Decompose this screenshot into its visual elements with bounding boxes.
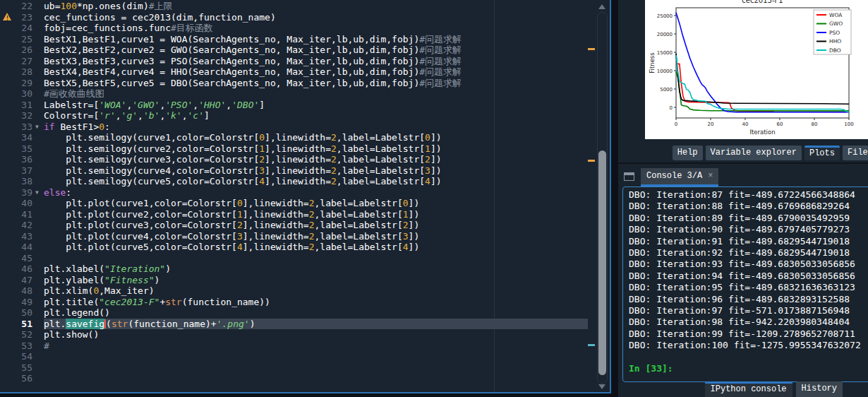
gutter-line-53[interactable]: 53 (0, 340, 44, 352)
gutter-line-47[interactable]: 47 (0, 275, 44, 286)
gutter-line-43[interactable]: 43 (0, 231, 44, 242)
code-line-24[interactable]: fobj=cec_functions.func#目标函数 (44, 23, 588, 34)
code-line-44[interactable]: plt.plot(curve5,color=Colorstr[4],linewi… (44, 242, 588, 253)
code-line-52[interactable]: plt.show() (44, 329, 588, 340)
code-line-40[interactable]: plt.plot(curve1,color=Colorstr[0],linewi… (44, 198, 588, 209)
svg-text:5000: 5000 (660, 87, 673, 93)
code-line-38[interactable]: plt.semilogy(curve5,color=Colorstr[4],li… (44, 176, 588, 187)
code-line-50[interactable]: plt.legend() (44, 307, 588, 319)
gutter-line-25[interactable]: 25 (0, 34, 44, 45)
gutter-line-49[interactable]: 49 (0, 297, 44, 308)
code-line-56[interactable] (44, 373, 588, 384)
code-line-39[interactable]: else: (44, 187, 588, 198)
gutter-line-37[interactable]: 37 (0, 165, 44, 177)
code-fold-icon[interactable]: ▼ (35, 187, 39, 198)
gutter-line-23[interactable]: 23 (0, 12, 44, 23)
code-fold-icon[interactable]: ▼ (35, 122, 39, 133)
close-icon[interactable]: × (708, 171, 713, 181)
code-line-53[interactable]: # (44, 340, 588, 352)
gutter-line-34[interactable]: 34 (0, 132, 44, 143)
tab-console-3a[interactable]: Console 3/A× (641, 168, 718, 186)
code-token: plt.xlim( (44, 285, 93, 296)
gutter-line-48[interactable]: 48 (0, 285, 44, 297)
line-number: 22 (21, 1, 32, 12)
code-line-32[interactable]: Colorstr=['r','g','b','k','c'] (44, 110, 588, 122)
gutter-line-41[interactable]: 41 (0, 209, 44, 220)
gutter-line-29[interactable]: 29 (0, 78, 44, 89)
code-line-25[interactable]: BestX1,BestF1,curve1 = WOA(SearchAgents_… (44, 34, 588, 45)
code-line-54[interactable] (44, 351, 588, 362)
gutter-line-35[interactable]: 35 (0, 143, 44, 155)
scrollbar-thumb[interactable] (598, 150, 606, 375)
code-line-51[interactable]: plt.savefig(str(function_name)+'.png') (44, 319, 588, 330)
code-line-43[interactable]: plt.plot(curve4,color=Colorstr[3],linewi… (44, 231, 588, 242)
browse-tabs-icon[interactable] (624, 172, 634, 181)
gutter-line-42[interactable]: 42 (0, 220, 44, 231)
tab-history[interactable]: History (796, 381, 843, 397)
code-line-23[interactable]: cec_functions = cec2013(dim,function_nam… (44, 12, 588, 23)
gutter-line-26[interactable]: 26 (0, 45, 44, 56)
svg-text:WOA: WOA (829, 12, 843, 18)
code-line-27[interactable]: BestX3,BestF3,curve3 = PSO(SearchAgents_… (44, 56, 588, 67)
code-line-55[interactable] (44, 362, 588, 374)
code-line-45[interactable] (44, 253, 588, 264)
code-token: ],linewidth= (243, 220, 309, 230)
tab-plots[interactable]: Plots (804, 146, 840, 160)
gutter-line-28[interactable]: 28 (0, 66, 44, 78)
code-line-35[interactable]: plt.semilogy(curve2,color=Colorstr[1],li… (44, 143, 588, 155)
code-line-41[interactable]: plt.plot(curve2,color=Colorstr[1],linewi… (44, 209, 588, 220)
code-token: ]) (430, 165, 442, 176)
gutter-line-39[interactable]: 39▼ (0, 187, 44, 198)
code-line-26[interactable]: BestX2,BestF2,curve2 = GWO(SearchAgents_… (44, 45, 588, 56)
scroll-down-arrow-icon[interactable] (598, 384, 605, 389)
code-token: plt.plot(curve2,color=Colorstr[ (44, 209, 237, 220)
code-token: ) (250, 319, 255, 329)
code-token: BestF1> (55, 122, 100, 132)
editor-code-area[interactable]: ub=100*np.ones(dim)#上限cec_functions = ce… (44, 1, 588, 384)
tab-help[interactable]: Help (673, 146, 703, 160)
tab-files[interactable]: Files (843, 146, 868, 160)
ipython-prompt[interactable]: In [33]: (629, 363, 868, 374)
gutter-line-52[interactable]: 52 (0, 329, 44, 340)
code-line-33[interactable]: if BestF1>0: (44, 122, 588, 133)
code-editor[interactable]: 222324252627282930313233▼343536373839▼40… (0, 0, 611, 393)
gutter-line-40[interactable]: 40 (0, 198, 44, 209)
gutter-line-50[interactable]: 50 (0, 307, 44, 319)
code-line-29[interactable]: BestX5,BestF5,curve5 = DBO(SearchAgents_… (44, 78, 588, 89)
ipython-console-output[interactable]: DBO: Iteration:87 fit=-489.6722456634886… (622, 186, 868, 382)
gutter-line-22[interactable]: 22 (0, 1, 44, 12)
gutter-line-44[interactable]: 44 (0, 242, 44, 253)
line-number: 33 (21, 122, 32, 133)
gutter-line-31[interactable]: 31 (0, 100, 44, 111)
tab-variable-explorer[interactable]: Variable explorer (706, 146, 802, 160)
code-line-46[interactable]: plt.xlabel("Iteration") (44, 263, 588, 275)
code-line-47[interactable]: plt.ylabel("Fitness") (44, 275, 588, 286)
code-line-37[interactable]: plt.semilogy(curve4,color=Colorstr[3],li… (44, 165, 588, 177)
gutter-line-56[interactable]: 56 (0, 373, 44, 384)
code-line-48[interactable]: plt.xlim(0,Max_iter) (44, 285, 588, 297)
gutter-line-27[interactable]: 27 (0, 56, 44, 67)
gutter-line-30[interactable]: 30 (0, 88, 44, 100)
code-line-22[interactable]: ub=100*np.ones(dim)#上限 (44, 1, 588, 12)
gutter-line-45[interactable]: 45 (0, 253, 44, 264)
gutter-line-54[interactable]: 54 (0, 351, 44, 362)
code-line-36[interactable]: plt.semilogy(curve3,color=Colorstr[2],li… (44, 154, 588, 165)
figure-canvas[interactable]: cec2013-F1050001000015000200002500002040… (645, 0, 868, 139)
editor-scrollbar[interactable] (596, 0, 608, 392)
code-line-34[interactable]: plt.semilogy(curve1,color=Colorstr[0],li… (44, 132, 588, 143)
gutter-line-38[interactable]: 38 (0, 176, 44, 187)
tab-ipython-console[interactable]: IPython console (705, 381, 792, 397)
code-line-31[interactable]: Labelstr=['WOA','GWO','PSO','HHO','DBO'] (44, 100, 588, 111)
code-line-28[interactable]: BestX4,BestF4,curve4 = HHO(SearchAgents_… (44, 66, 588, 78)
gutter-line-55[interactable]: 55 (0, 362, 44, 374)
gutter-line-46[interactable]: 46 (0, 263, 44, 275)
code-line-49[interactable]: plt.title("cec2013-F"+str(function_name)… (44, 297, 588, 308)
code-line-42[interactable]: plt.plot(curve3,color=Colorstr[2],linewi… (44, 220, 588, 231)
scroll-up-arrow-icon[interactable] (598, 4, 605, 9)
code-line-30[interactable]: #画收敛曲线图 (44, 88, 588, 100)
gutter-line-32[interactable]: 32 (0, 110, 44, 122)
gutter-line-33[interactable]: 33▼ (0, 122, 44, 133)
gutter-line-36[interactable]: 36 (0, 154, 44, 165)
gutter-line-51[interactable]: 51 (0, 319, 44, 330)
gutter-line-24[interactable]: 24 (0, 23, 44, 34)
